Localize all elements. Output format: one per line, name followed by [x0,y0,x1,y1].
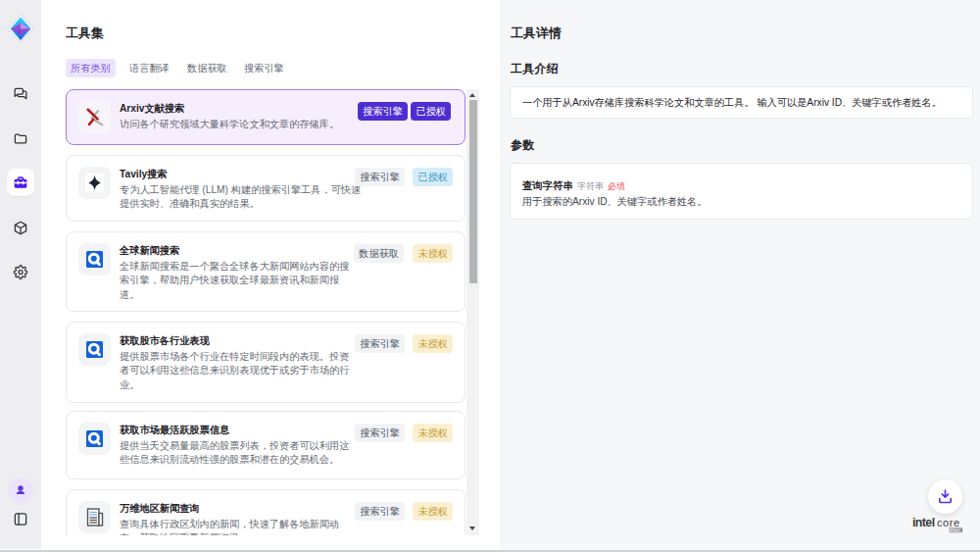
svg-text:ULTRA: ULTRA [951,528,962,532]
svg-text:intel: intel [912,516,935,529]
svg-text:core: core [937,517,960,528]
